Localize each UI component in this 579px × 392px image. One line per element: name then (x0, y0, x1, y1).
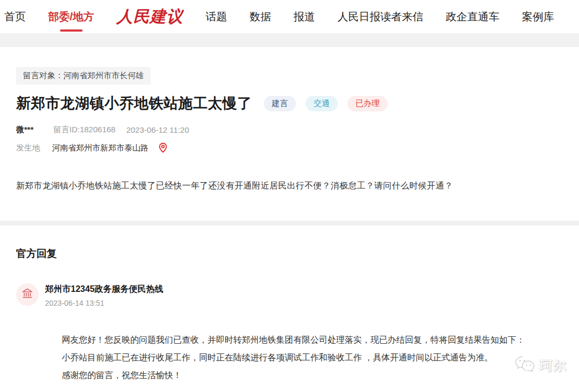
nav-item-topics[interactable]: 话题 (206, 10, 227, 24)
location-label: 发生地 (16, 143, 40, 153)
nav-item-gov-business-express[interactable]: 政企直通车 (446, 10, 500, 24)
reply-paragraph: 网友您好！您反映的问题我们已查收，并即时转郑州地铁集团有限公司处理落实，现已办结… (62, 331, 563, 349)
badge-status-handled: 已办理 (347, 96, 388, 111)
message-detail-panel: 留言对象：河南省郑州市市长何雄 新郑市龙湖镇小乔地铁站施工太慢了 建言 交通 已… (0, 47, 579, 193)
message-datetime: 2023-06-12 11:20 (126, 125, 189, 134)
message-title: 新郑市龙湖镇小乔地铁站施工太慢了 (16, 94, 252, 113)
message-target-tag: 留言对象：河南省郑州市市长何雄 (16, 67, 151, 85)
official-reply-heading: 官方回复 (16, 247, 563, 261)
avatar (16, 283, 39, 306)
nav-item-home[interactable]: 首页 (4, 10, 26, 24)
reply-paragraph: 感谢您的留言，祝您生活愉快！ (62, 366, 563, 384)
reply-body-text: 网友您好！您反映的问题我们已查收，并即时转郑州地铁集团有限公司处理落实，现已办结… (62, 331, 563, 384)
location-value: 河南省郑州市新郑市泰山路 (52, 143, 149, 153)
nav-item-reader-letters[interactable]: 人民日报读者来信 (338, 10, 424, 24)
message-body-text: 新郑市龙湖镇小乔地铁站施工太慢了已经快一年了还没有开通附近居民出行不便？消极怠工… (16, 179, 563, 193)
section-divider (0, 221, 579, 225)
reply-paragraph: 小乔站目前施工已在进行收尾工作，同时正在陆续进行各项调试工作和验收工作 ，具体开… (62, 349, 563, 366)
reply-agency-name: 郑州市12345政务服务便民热线 (45, 284, 164, 295)
reply-block: 郑州市12345政务服务便民热线 2023-06-14 13:51 (16, 283, 563, 307)
badge-category-traffic: 交通 (306, 96, 338, 111)
government-building-icon (21, 287, 34, 302)
top-navigation: 首页 部委/地方 人民建议 话题 数据 报道 人民日报读者来信 政企直通车 案例… (0, 0, 579, 33)
map-pin-icon[interactable] (158, 142, 168, 153)
author-name: 微*** (16, 125, 34, 135)
renmin-jianyi-logo[interactable]: 人民建议 (117, 6, 183, 28)
nav-divider-band (0, 33, 579, 47)
nav-item-reports[interactable]: 报道 (294, 10, 315, 24)
nav-item-data[interactable]: 数据 (250, 10, 271, 24)
message-id: 留言ID:18206168 (54, 125, 116, 135)
reply-datetime: 2023-06-14 13:51 (45, 299, 164, 307)
badge-group: 建言 交通 已办理 (264, 96, 388, 111)
nav-item-case-library[interactable]: 案例库 (522, 10, 554, 24)
location-row: 发生地 河南省郑州市新郑市泰山路 (16, 142, 563, 153)
nav-item-ministries-local[interactable]: 部委/地方 (48, 10, 94, 24)
message-meta-row: 微*** 留言ID:18206168 2023-06-12 11:20 (16, 125, 563, 135)
badge-suggestion-type: 建言 (264, 96, 296, 111)
